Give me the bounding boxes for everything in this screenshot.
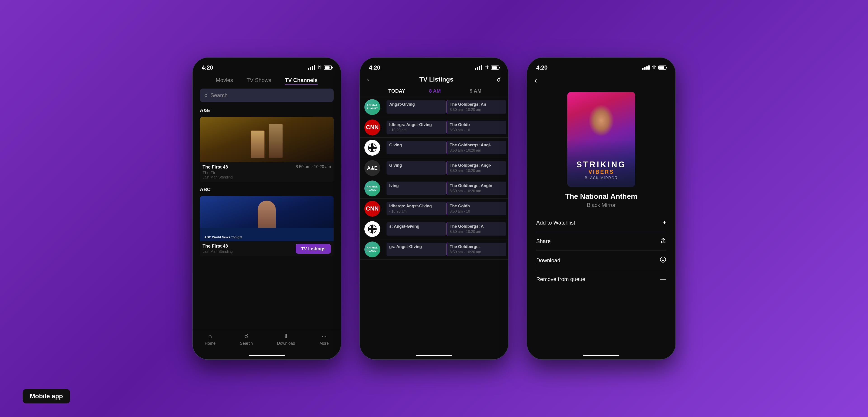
prog-name-6-1: The Goldbergs: A xyxy=(450,224,504,229)
tab-tvchannels[interactable]: TV Channels xyxy=(285,76,318,85)
time-row: TODAY 8 AM 9 AM 10 A xyxy=(360,86,508,97)
search-bar[interactable]: ☌ Search xyxy=(200,89,334,102)
signal-bars-3 xyxy=(642,65,650,70)
program-3-0[interactable]: Giving xyxy=(386,161,446,174)
back-button-3[interactable]: ‹ xyxy=(534,76,537,85)
prog-name-5-0: ldbergs: Angst-Giving xyxy=(389,204,443,208)
program-3-1[interactable]: The Goldbergs: Angi- 8:50 am - 10:20 am xyxy=(446,161,506,174)
wifi-icon-2: ⇈ xyxy=(485,65,489,70)
prog-name-7-0: gs: Angst-Giving xyxy=(389,245,443,249)
nav-search[interactable]: ☌ Search xyxy=(240,333,253,346)
abc-desk xyxy=(200,228,334,241)
action-download[interactable]: Download xyxy=(536,251,666,270)
status-icons-2: ⇈ xyxy=(475,65,499,70)
show-title-abc: The First 48 xyxy=(203,244,228,249)
prog-name-1-1: The Goldb xyxy=(450,122,504,127)
prog-name-4-0: lving xyxy=(389,184,443,188)
action-share[interactable]: Share xyxy=(536,232,666,251)
time-9am: 9 AM xyxy=(466,86,507,97)
home-indicator-1 xyxy=(193,351,341,359)
prog-name-7-1: The Goldbergs: xyxy=(450,245,504,249)
program-1-1[interactable]: The Goldb 8:50 am - 10 xyxy=(446,121,506,134)
logo-ap-7: ANIMALPLANET xyxy=(364,242,380,257)
listings-header: ‹ TV Listings ☌ xyxy=(360,73,508,86)
program-0-1[interactable]: The Goldbergs: An 8:50 am - 10:20 am xyxy=(446,100,506,114)
nav-more[interactable]: ··· More xyxy=(319,333,329,346)
screen-content-1: Movies TV Shows TV Channels ☌ Search A&E xyxy=(193,73,341,329)
channel-row-5: CNN ldbergs: Angst-Giving - 10:20 am The… xyxy=(360,198,508,219)
program-0-0[interactable]: Angst-Giving xyxy=(386,100,446,114)
figures xyxy=(251,117,283,162)
more-label: More xyxy=(319,341,329,346)
prog-name-3-0: Giving xyxy=(389,163,443,168)
action-watchlist[interactable]: Add to Watchlist + xyxy=(536,214,666,232)
show-subtitle-detail: Black Mirror xyxy=(587,202,616,208)
section-aae: A&E The First 48 xyxy=(193,107,341,187)
show-subtitle-aae: The Fir xyxy=(203,170,331,175)
signal-bar-1 xyxy=(308,68,309,70)
prog-time-1-0: - 10:20 am xyxy=(389,128,443,132)
channel-row-3: A&E Giving The Goldbergs: Angi- 8:50 am … xyxy=(360,158,508,178)
poster-title-1: STRIKING xyxy=(567,161,635,169)
download-icon: ⬇ xyxy=(284,333,289,340)
sb3-4 xyxy=(648,65,650,70)
status-time-1: 4:20 xyxy=(202,64,213,71)
tab-movies[interactable]: Movies xyxy=(216,76,233,85)
logo-cell-0: ANIMALPLANET xyxy=(360,99,385,115)
program-4-1[interactable]: The Goldbergs: Angin 8:50 am - 10:20 am xyxy=(446,182,506,195)
show-info-aae: The First 48 8:50 am - 10:20 am xyxy=(203,162,331,170)
prog-name-0-0: Angst-Giving xyxy=(389,102,443,107)
program-7-0[interactable]: gs: Angst-Giving xyxy=(386,243,446,256)
cbs-logo-svg-6 xyxy=(367,224,377,234)
channel-card-abc[interactable]: ABC World News Tonight The First 48 8:50… xyxy=(200,196,334,256)
notch-3 xyxy=(579,58,624,66)
share-label: Share xyxy=(536,238,551,245)
nav-download[interactable]: ⬇ Download xyxy=(277,333,295,346)
logo-cnn-5: CNN xyxy=(364,201,380,217)
program-7-1[interactable]: The Goldbergs: 8:50 am - 10:20 am xyxy=(446,243,506,256)
watchlist-icon: + xyxy=(663,219,666,226)
mobile-app-label: Mobile app xyxy=(23,389,70,404)
search-label: Search xyxy=(240,341,253,346)
sb-2 xyxy=(477,67,478,70)
program-6-1[interactable]: The Goldbergs: A 8:50 am - 10:20 am xyxy=(446,222,506,235)
prog-time-0-1: 8:50 am - 10:20 am xyxy=(450,108,504,112)
svg-point-12 xyxy=(368,228,371,230)
program-6-0[interactable]: s: Angst-Giving xyxy=(386,222,446,235)
channel-row-4: ANIMALPLANET lving The Goldbergs: Angin … xyxy=(360,178,508,198)
nav-home[interactable]: ⌂ Home xyxy=(205,333,216,346)
back-button-2[interactable]: ‹ xyxy=(367,76,376,83)
program-4-0[interactable]: lving xyxy=(386,182,446,195)
status-time-2: 4:20 xyxy=(369,64,380,71)
channel-card-aae[interactable]: The First 48 8:50 am - 10:20 am The Fir … xyxy=(200,117,334,182)
logo-cell-1: CNN xyxy=(360,120,385,135)
program-1-0[interactable]: ldbergs: Angst-Giving - 10:20 am xyxy=(386,121,446,134)
home-icon: ⌂ xyxy=(209,333,212,340)
detail-actions: Add to Watchlist + Share Downl xyxy=(536,214,666,288)
show-time-aae: 8:50 am - 10:20 am xyxy=(296,164,331,170)
thumbnail-abc: ABC World News Tonight xyxy=(200,196,334,241)
program-2-1[interactable]: The Goldbergs: Angi- 8:50 am - 10:20 am xyxy=(446,141,506,154)
status-time-3: 4:20 xyxy=(536,64,548,71)
show-title-aae: The First 48 xyxy=(203,164,228,170)
status-icons-3: ⇈ xyxy=(642,65,666,70)
programs-3: Giving The Goldbergs: Angi- 8:50 am - 10… xyxy=(385,160,508,175)
action-remove[interactable]: Remove from queue — xyxy=(536,270,666,288)
program-5-0[interactable]: ldbergs: Angst-Giving - 10:20 am xyxy=(386,202,446,215)
prog-time-2-1: 8:50 am - 10:20 am xyxy=(450,149,504,153)
signal-bars-1 xyxy=(308,65,315,70)
remove-label: Remove from queue xyxy=(536,276,585,282)
logo-cnn-1: CNN xyxy=(364,120,380,135)
programs-0: Angst-Giving The Goldbergs: An 8:50 am -… xyxy=(385,99,508,115)
program-2-0[interactable]: Giving xyxy=(386,141,446,154)
signal-bar-3 xyxy=(312,66,313,70)
tab-tvshows[interactable]: TV Shows xyxy=(247,76,271,85)
signal-bar-2 xyxy=(310,67,311,70)
search-button-2[interactable]: ☌ xyxy=(497,76,501,83)
listings-scroll: ANIMALPLANET Angst-Giving The Goldbergs:… xyxy=(360,97,508,351)
signal-bars-2 xyxy=(475,65,483,70)
prog-name-1-0: ldbergs: Angst-Giving xyxy=(389,122,443,127)
poster-title-2: VIBERS xyxy=(567,169,635,175)
program-5-1[interactable]: The Goldb 8:50 am - 10 xyxy=(446,202,506,215)
tv-listings-button[interactable]: TV Listings xyxy=(296,244,331,254)
